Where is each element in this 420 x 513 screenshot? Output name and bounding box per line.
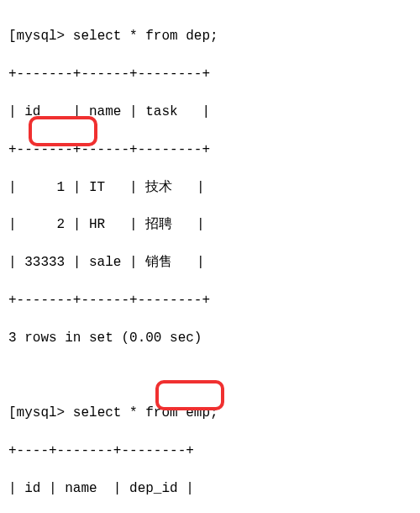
query1-header: | id | name | task | — [8, 103, 412, 121]
query2-border: +----+-------+--------+ — [8, 442, 412, 460]
prompt-label: mysql> — [17, 405, 66, 420]
query2-command: select * from emp; — [73, 405, 218, 420]
query1-command: select * from dep; — [73, 29, 218, 44]
query1-border: +-------+------+--------+ — [8, 291, 412, 309]
terminal-output: [mysql> select * from dep; +-------+----… — [8, 8, 412, 513]
query1-row: | 1 | IT | 技术 | — [8, 178, 412, 197]
query1-footer: 3 rows in set (0.00 sec) — [8, 329, 412, 347]
query1-prompt-line: [mysql> select * from dep; — [8, 27, 412, 45]
query2-prompt-line: [mysql> select * from emp; — [8, 404, 412, 422]
query1-row: | 33333 | sale | 销售 | — [8, 253, 412, 272]
prompt-label: mysql> — [17, 29, 66, 44]
blank-line — [8, 366, 412, 384]
query1-border: +-------+------+--------+ — [8, 140, 412, 159]
query1-border: +-------+------+--------+ — [8, 65, 412, 83]
query2-header: | id | name | dep_id | — [8, 479, 412, 498]
query1-row: | 2 | HR | 招聘 | — [8, 215, 412, 234]
